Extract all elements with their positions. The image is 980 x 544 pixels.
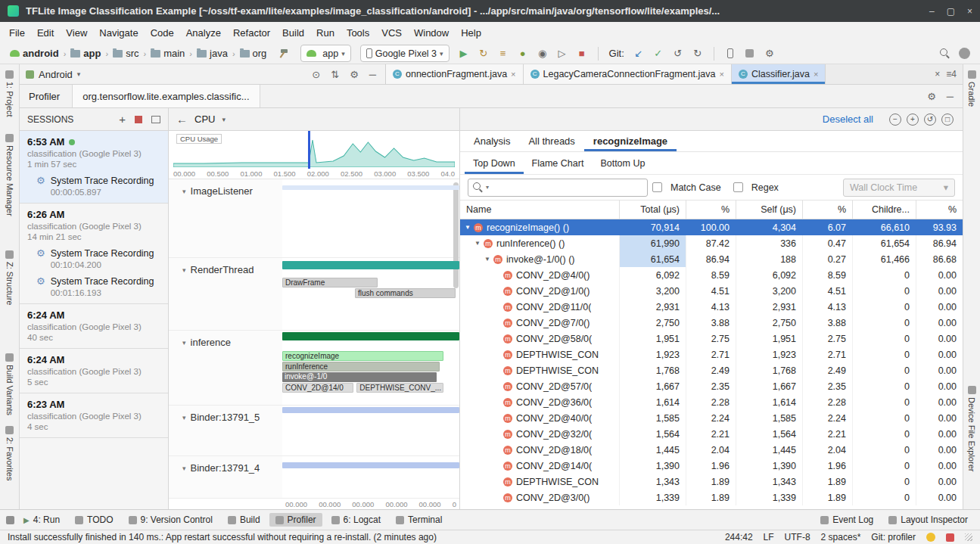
toolwindow-button-event-log[interactable]: Event Log <box>814 513 879 527</box>
column-header[interactable]: % <box>916 201 963 219</box>
breadcrumb-item[interactable]: org <box>238 48 269 59</box>
zoom-to-selection-icon[interactable]: □ <box>941 113 954 126</box>
settings-icon[interactable]: ⚙ <box>347 69 362 80</box>
toolwindow-stripe-button-resource-manager[interactable]: Resource Manager <box>0 134 19 216</box>
thread-track[interactable] <box>282 179 459 257</box>
status-field[interactable]: UTF-8 <box>785 532 810 542</box>
menu-item-help[interactable]: Help <box>455 25 487 41</box>
close-tab-icon[interactable]: × <box>935 69 940 79</box>
subtab-bottom-up[interactable]: Bottom Up <box>592 152 653 174</box>
table-row[interactable]: mDEPTHWISE_CON1,9232.711,9232.7100.00 <box>460 347 963 362</box>
trace-chip[interactable]: recognizeImage <box>282 351 443 361</box>
search-input[interactable]: ▾ <box>468 179 648 197</box>
collapse-triangle-icon[interactable]: ▾ <box>182 185 186 197</box>
match-case-checkbox[interactable] <box>652 182 662 192</box>
table-row[interactable]: mCONV_2D@7/0()2,7503.882,7503.8800.00 <box>460 315 963 331</box>
table-row[interactable]: mCONV_2D@3/0()1,3391.891,3391.8900.00 <box>460 490 963 505</box>
breadcrumb-item[interactable]: app <box>68 48 103 59</box>
column-header[interactable]: Childre... <box>852 201 916 219</box>
editor-tab[interactable]: CLegacyCameraConnectionFragment.java× <box>524 64 732 84</box>
search-everywhere-icon[interactable] <box>936 45 953 62</box>
status-field[interactable]: 2 spaces* <box>821 532 861 542</box>
collapse-triangle-icon[interactable]: ▾ <box>182 264 186 276</box>
sdk-manager-icon[interactable]: ⚙ <box>761 45 778 62</box>
thread-track[interactable] <box>282 406 459 455</box>
device-select[interactable]: Google Pixel 3 ▾ <box>360 45 450 62</box>
cpu-usage-chart[interactable]: CPU Usage 00.00000.50001.00001.50002.000… <box>169 131 459 179</box>
editor-tab[interactable]: ConnectionFragment.java× <box>386 64 524 84</box>
thread-label[interactable]: ▾inference <box>169 331 282 405</box>
table-row[interactable]: mCONV_2D@32/0(1,5642.211,5642.2100.00 <box>460 426 963 442</box>
toolwindow-button-9-version-control[interactable]: 9: Version Control <box>123 513 219 527</box>
trace-chip[interactable]: runInference <box>282 362 440 371</box>
restore-window-icon[interactable]: ▢ <box>947 6 955 17</box>
thread-label[interactable]: ▾Binder:13791_5 <box>169 406 282 455</box>
thread-label[interactable]: ▾RenderThread <box>169 258 282 330</box>
history-icon[interactable]: ↻ <box>689 45 706 62</box>
commit-icon[interactable]: ✓ <box>650 45 667 62</box>
subtab-top-down[interactable]: Top Down <box>465 152 524 174</box>
menu-item-window[interactable]: Window <box>408 25 455 41</box>
table-row[interactable]: mCONV_2D@18/0(1,4452.041,4452.0400.00 <box>460 442 963 458</box>
zoom-in-icon[interactable]: + <box>907 113 919 126</box>
hidden-tabs-icon[interactable]: ≡4 <box>946 69 957 79</box>
menu-item-edit[interactable]: Edit <box>31 25 60 41</box>
menu-item-code[interactable]: Code <box>145 25 180 41</box>
close-tab-icon[interactable]: × <box>814 70 818 79</box>
toolwindow-button-terminal[interactable]: Terminal <box>390 513 448 527</box>
menu-item-tools[interactable]: Tools <box>341 25 375 41</box>
zoom-out-icon[interactable]: − <box>889 113 901 126</box>
regex-checkbox[interactable] <box>733 182 743 192</box>
menu-item-vcs[interactable]: VCS <box>375 25 408 41</box>
toolwindow-stripe-button-z-structure[interactable]: Z: Structure <box>0 250 19 305</box>
menu-item-run[interactable]: Run <box>310 25 341 41</box>
table-row[interactable]: mCONV_2D@36/0(1,6142.281,6142.2800.00 <box>460 394 963 410</box>
thread-track[interactable] <box>282 456 459 498</box>
trace-chip[interactable]: invoke@-1/0 <box>282 372 437 382</box>
tab-recognizeimage[interactable]: recognizeImage <box>584 131 677 151</box>
toolwindow-button-6-logcat[interactable]: 6: Logcat <box>325 513 387 527</box>
device-manager-icon[interactable] <box>722 45 739 62</box>
table-row[interactable]: mDEPTHWISE_CON1,7682.491,7682.4900.00 <box>460 362 963 378</box>
toolwindow-button-todo[interactable]: TODO <box>69 513 119 527</box>
add-session-icon[interactable]: + <box>119 113 126 126</box>
breadcrumb-item[interactable]: java <box>194 48 230 59</box>
apply-code-changes-icon[interactable]: ≡ <box>495 45 512 62</box>
status-field[interactable]: LF <box>764 532 774 542</box>
column-header[interactable]: Total (μs) <box>619 201 686 219</box>
menu-item-file[interactable]: File <box>3 25 31 41</box>
rollback-icon[interactable]: ↺ <box>670 45 686 62</box>
attach-debugger-icon[interactable]: ▷ <box>554 45 571 62</box>
locate-file-icon[interactable]: ⊙ <box>309 69 323 80</box>
reset-zoom-icon[interactable]: ↺ <box>924 113 936 126</box>
status-field[interactable]: 244:42 <box>725 532 753 542</box>
menu-item-build[interactable]: Build <box>276 25 310 41</box>
toolwindow-button-4-run[interactable]: ▶4: Run <box>17 513 66 527</box>
table-row[interactable]: ▼minvoke@-1/0() ()61,65486.941880.2761,4… <box>460 251 963 267</box>
trace-chip[interactable]: DEPTHWISE_CONV_... <box>356 383 443 393</box>
subtab-flame-chart[interactable]: Flame Chart <box>524 152 593 174</box>
thread-label[interactable]: ▾Binder:13791_4 <box>169 456 282 498</box>
trace-chip[interactable]: flush commands <box>355 288 456 298</box>
toolwindow-switcher-icon[interactable] <box>6 516 14 524</box>
thread-track[interactable]: DrawFrameflush commands <box>282 258 459 330</box>
editor-tab[interactable]: CClassifier.java× <box>732 64 826 84</box>
toolwindow-button-layout-inspector[interactable]: Layout Inspector <box>882 513 974 527</box>
session-item[interactable]: 6:53 AMclassification (Google Pixel 3)1 … <box>20 131 168 204</box>
table-row[interactable]: ▼mrecognizeImage() ()70,914100.004,3046.… <box>460 219 963 235</box>
expand-icon[interactable]: ▼ <box>474 240 484 247</box>
breadcrumb-item[interactable]: main <box>148 48 187 59</box>
table-row[interactable]: mCONV_2D@40/0(1,5852.241,5852.2400.00 <box>460 410 963 426</box>
column-header[interactable]: % <box>686 201 736 219</box>
column-header[interactable]: % <box>802 201 852 219</box>
close-tab-icon[interactable]: × <box>511 70 515 79</box>
table-row[interactable]: mCONV_2D@11/0(2,9314.132,9314.1300.00 <box>460 299 963 315</box>
table-row[interactable]: mCONV_2D@57/0(1,6672.351,6672.3500.00 <box>460 378 963 394</box>
thread-label[interactable]: ▾ImageListener <box>169 179 282 257</box>
toolwindow-stripe-button-2-favorites[interactable]: 2: Favorites <box>0 426 19 480</box>
trace-bar[interactable] <box>282 407 459 413</box>
session-item[interactable]: 6:26 AMclassification (Google Pixel 3)14… <box>20 204 168 304</box>
toolwindow-stripe-button-gradle[interactable]: Gradle <box>963 70 980 107</box>
selection-line[interactable] <box>308 131 310 169</box>
profiler-settings-icon[interactable]: ⚙ <box>927 91 936 102</box>
